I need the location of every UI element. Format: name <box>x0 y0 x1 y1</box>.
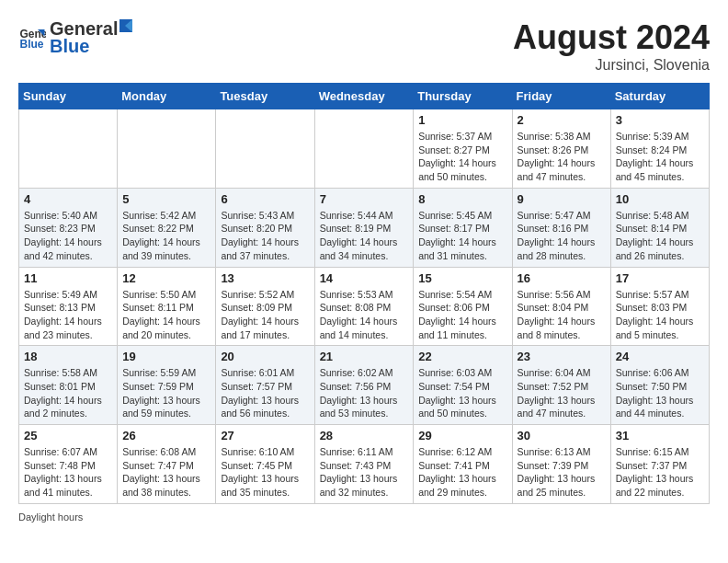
calendar-day-cell: 20 Sunrise: 6:01 AMSunset: 7:57 PMDaylig… <box>216 346 314 425</box>
day-info: Sunrise: 5:42 AMSunset: 8:22 PMDaylight:… <box>122 209 210 263</box>
day-info: Sunrise: 6:04 AMSunset: 7:52 PMDaylight:… <box>518 366 606 420</box>
day-info: Sunrise: 5:48 AMSunset: 8:14 PMDaylight:… <box>616 209 704 263</box>
day-number: 12 <box>122 271 210 285</box>
calendar-day-cell: 13 Sunrise: 5:52 AMSunset: 8:09 PMDaylig… <box>216 267 314 346</box>
day-number: 25 <box>24 429 112 442</box>
day-info: Sunrise: 5:59 AMSunset: 7:59 PMDaylight:… <box>122 366 210 420</box>
calendar-day-cell: 31 Sunrise: 6:15 AMSunset: 7:37 PMDaylig… <box>610 425 709 504</box>
calendar-day-cell: 3 Sunrise: 5:39 AMSunset: 8:24 PMDayligh… <box>610 109 709 189</box>
day-info: Sunrise: 6:13 AMSunset: 7:39 PMDaylight:… <box>518 445 606 500</box>
calendar-day-cell: 25 Sunrise: 6:07 AMSunset: 7:48 PMDaylig… <box>19 425 118 504</box>
day-info: Sunrise: 5:57 AMSunset: 8:03 PMDaylight:… <box>616 288 704 342</box>
footer-note: Daylight hours <box>18 511 710 523</box>
day-number: 17 <box>616 271 704 285</box>
page-header: General Blue General Blue August 2024 Ju… <box>18 18 710 74</box>
day-number: 6 <box>221 192 309 206</box>
calendar-day-cell: 9 Sunrise: 5:47 AMSunset: 8:16 PMDayligh… <box>512 188 610 267</box>
calendar-day-cell: 26 Sunrise: 6:08 AMSunset: 7:47 PMDaylig… <box>118 425 216 504</box>
calendar-day-cell: 23 Sunrise: 6:04 AMSunset: 7:52 PMDaylig… <box>512 346 610 425</box>
calendar-day-cell: 6 Sunrise: 5:43 AMSunset: 8:20 PMDayligh… <box>216 188 314 267</box>
day-info: Sunrise: 5:37 AMSunset: 8:27 PMDaylight:… <box>418 130 506 184</box>
calendar-day-cell: 30 Sunrise: 6:13 AMSunset: 7:39 PMDaylig… <box>512 425 610 504</box>
day-number: 31 <box>616 429 704 442</box>
day-info: Sunrise: 5:52 AMSunset: 8:09 PMDaylight:… <box>221 288 309 342</box>
calendar-week-row: 11 Sunrise: 5:49 AMSunset: 8:13 PMDaylig… <box>19 267 710 346</box>
day-number: 2 <box>518 113 606 127</box>
day-info: Sunrise: 5:40 AMSunset: 8:23 PMDaylight:… <box>24 209 112 263</box>
day-info: Sunrise: 5:53 AMSunset: 8:08 PMDaylight:… <box>320 288 409 342</box>
day-number: 26 <box>122 429 210 442</box>
calendar-day-cell: 17 Sunrise: 5:57 AMSunset: 8:03 PMDaylig… <box>610 267 709 346</box>
month-year-title: August 2024 <box>513 18 710 57</box>
day-number: 19 <box>122 350 210 363</box>
calendar-day-header: Saturday <box>610 84 709 109</box>
day-info: Sunrise: 5:38 AMSunset: 8:26 PMDaylight:… <box>518 130 606 184</box>
calendar-day-cell: 28 Sunrise: 6:11 AMSunset: 7:43 PMDaylig… <box>314 425 414 504</box>
calendar-day-header: Thursday <box>414 84 512 109</box>
day-info: Sunrise: 5:39 AMSunset: 8:24 PMDaylight:… <box>616 130 704 184</box>
day-number: 15 <box>418 271 506 285</box>
day-number: 22 <box>418 350 506 363</box>
calendar-day-cell: 4 Sunrise: 5:40 AMSunset: 8:23 PMDayligh… <box>19 188 118 267</box>
calendar-day-cell <box>216 109 314 189</box>
day-info: Sunrise: 5:45 AMSunset: 8:17 PMDaylight:… <box>418 209 506 263</box>
day-number: 4 <box>24 192 112 206</box>
calendar-day-cell: 15 Sunrise: 5:54 AMSunset: 8:06 PMDaylig… <box>414 267 512 346</box>
day-number: 8 <box>418 192 506 206</box>
day-info: Sunrise: 6:10 AMSunset: 7:45 PMDaylight:… <box>221 445 309 500</box>
day-info: Sunrise: 6:15 AMSunset: 7:37 PMDaylight:… <box>616 445 704 500</box>
calendar-week-row: 4 Sunrise: 5:40 AMSunset: 8:23 PMDayligh… <box>19 188 710 267</box>
day-info: Sunrise: 5:54 AMSunset: 8:06 PMDaylight:… <box>418 288 506 342</box>
calendar-day-header: Monday <box>118 84 216 109</box>
calendar-day-cell: 5 Sunrise: 5:42 AMSunset: 8:22 PMDayligh… <box>118 188 216 267</box>
day-number: 28 <box>320 429 409 442</box>
title-block: August 2024 Jursinci, Slovenia <box>513 18 710 74</box>
calendar-day-header: Wednesday <box>314 84 414 109</box>
day-number: 30 <box>518 429 606 442</box>
day-info: Sunrise: 6:12 AMSunset: 7:41 PMDaylight:… <box>418 445 506 500</box>
calendar-day-cell <box>314 109 414 189</box>
calendar-day-cell: 10 Sunrise: 5:48 AMSunset: 8:14 PMDaylig… <box>610 188 709 267</box>
calendar-week-row: 25 Sunrise: 6:07 AMSunset: 7:48 PMDaylig… <box>19 425 710 504</box>
day-number: 1 <box>418 113 506 127</box>
logo-flag-icon <box>118 19 134 40</box>
calendar-day-cell: 8 Sunrise: 5:45 AMSunset: 8:17 PMDayligh… <box>414 188 512 267</box>
day-info: Sunrise: 6:06 AMSunset: 7:50 PMDaylight:… <box>616 366 704 420</box>
calendar-day-cell: 1 Sunrise: 5:37 AMSunset: 8:27 PMDayligh… <box>414 109 512 189</box>
day-number: 24 <box>616 350 704 363</box>
day-number: 13 <box>221 271 309 285</box>
svg-text:Blue: Blue <box>20 38 44 51</box>
calendar-day-cell <box>118 109 216 189</box>
day-number: 20 <box>221 350 309 363</box>
day-info: Sunrise: 6:08 AMSunset: 7:47 PMDaylight:… <box>122 445 210 500</box>
day-info: Sunrise: 6:01 AMSunset: 7:57 PMDaylight:… <box>221 366 309 420</box>
day-number: 9 <box>518 192 606 206</box>
calendar-day-cell: 14 Sunrise: 5:53 AMSunset: 8:08 PMDaylig… <box>314 267 414 346</box>
day-info: Sunrise: 5:44 AMSunset: 8:19 PMDaylight:… <box>320 209 409 263</box>
day-number: 23 <box>518 350 606 363</box>
calendar-day-cell: 7 Sunrise: 5:44 AMSunset: 8:19 PMDayligh… <box>314 188 414 267</box>
day-number: 10 <box>616 192 704 206</box>
day-info: Sunrise: 5:49 AMSunset: 8:13 PMDaylight:… <box>24 288 112 342</box>
day-number: 16 <box>518 271 606 285</box>
day-number: 29 <box>418 429 506 442</box>
day-info: Sunrise: 5:47 AMSunset: 8:16 PMDaylight:… <box>518 209 606 263</box>
logo: General Blue General Blue <box>18 18 134 57</box>
day-number: 3 <box>616 113 704 127</box>
calendar-day-cell: 18 Sunrise: 5:58 AMSunset: 8:01 PMDaylig… <box>19 346 118 425</box>
day-number: 11 <box>24 271 112 285</box>
calendar-table: SundayMondayTuesdayWednesdayThursdayFrid… <box>18 83 710 504</box>
calendar-day-cell: 27 Sunrise: 6:10 AMSunset: 7:45 PMDaylig… <box>216 425 314 504</box>
calendar-day-cell: 22 Sunrise: 6:03 AMSunset: 7:54 PMDaylig… <box>414 346 512 425</box>
day-info: Sunrise: 6:02 AMSunset: 7:56 PMDaylight:… <box>320 366 409 420</box>
calendar-day-header: Friday <box>512 84 610 109</box>
day-number: 14 <box>320 271 409 285</box>
calendar-day-cell: 2 Sunrise: 5:38 AMSunset: 8:26 PMDayligh… <box>512 109 610 189</box>
day-info: Sunrise: 5:56 AMSunset: 8:04 PMDaylight:… <box>518 288 606 342</box>
calendar-day-cell: 11 Sunrise: 5:49 AMSunset: 8:13 PMDaylig… <box>19 267 118 346</box>
location-subtitle: Jursinci, Slovenia <box>513 57 710 74</box>
calendar-day-cell: 19 Sunrise: 5:59 AMSunset: 7:59 PMDaylig… <box>118 346 216 425</box>
calendar-header-row: SundayMondayTuesdayWednesdayThursdayFrid… <box>19 84 710 109</box>
day-info: Sunrise: 5:50 AMSunset: 8:11 PMDaylight:… <box>122 288 210 342</box>
calendar-day-header: Sunday <box>19 84 118 109</box>
